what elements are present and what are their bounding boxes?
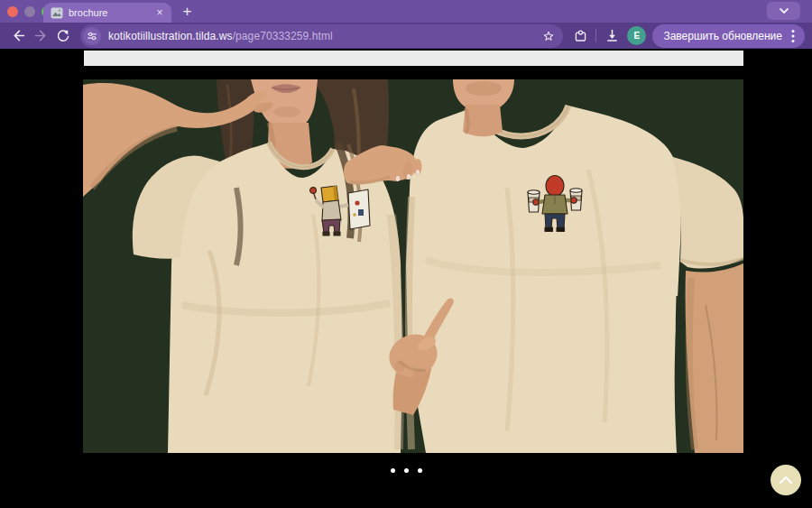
window-minimize-button[interactable] bbox=[24, 6, 35, 17]
carousel-dot[interactable] bbox=[418, 468, 422, 473]
browser-toolbar: kotikotiillustration.tilda.ws/page703332… bbox=[0, 23, 812, 49]
tab-brochure[interactable]: brochure × bbox=[43, 3, 171, 23]
previous-slide-edge bbox=[84, 51, 743, 66]
site-info-tune-icon[interactable] bbox=[83, 27, 101, 45]
forward-button[interactable] bbox=[30, 25, 51, 47]
url-domain: kotikotiillustration.tilda.ws bbox=[108, 30, 233, 42]
tab-title: brochure bbox=[69, 7, 148, 18]
kebab-menu-icon[interactable] bbox=[786, 26, 800, 46]
back-button[interactable] bbox=[7, 25, 29, 47]
carousel-dot[interactable] bbox=[391, 468, 395, 473]
carousel-slide-photo bbox=[83, 79, 743, 453]
finish-update-button[interactable]: Завершить обновление bbox=[652, 24, 805, 48]
extensions-icon[interactable] bbox=[569, 25, 591, 47]
bookmark-star-icon[interactable] bbox=[541, 29, 556, 43]
browser-titlebar: brochure × + bbox=[0, 0, 812, 23]
page-content bbox=[0, 49, 812, 508]
url-path: /page70333259.html bbox=[233, 30, 333, 42]
tab-favicon-image-icon bbox=[51, 7, 63, 19]
carousel-dots bbox=[0, 468, 812, 473]
chevron-down-icon[interactable] bbox=[767, 2, 800, 20]
browser-window: brochure × + bbox=[0, 0, 812, 508]
reload-button[interactable] bbox=[52, 25, 74, 47]
tab-close-icon[interactable]: × bbox=[153, 6, 166, 19]
chevron-up-icon bbox=[779, 476, 793, 485]
url-text: kotikotiillustration.tilda.ws/page703332… bbox=[108, 30, 536, 42]
carousel-dot[interactable] bbox=[404, 468, 409, 473]
window-close-button[interactable] bbox=[7, 6, 18, 17]
finish-update-label: Завершить обновление bbox=[663, 30, 782, 42]
address-bar[interactable]: kotikotiillustration.tilda.ws/page703332… bbox=[80, 24, 563, 48]
toolbar-divider bbox=[595, 29, 596, 42]
new-tab-button[interactable]: + bbox=[178, 2, 197, 21]
scroll-to-top-button[interactable] bbox=[770, 465, 801, 495]
profile-avatar[interactable]: E bbox=[627, 26, 646, 45]
downloads-icon[interactable] bbox=[601, 25, 623, 47]
